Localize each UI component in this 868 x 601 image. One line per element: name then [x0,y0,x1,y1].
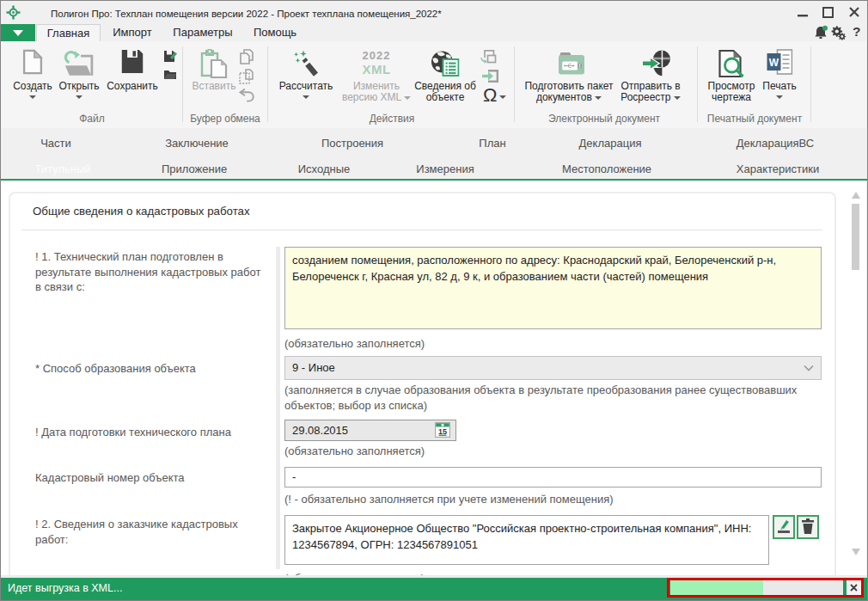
svg-text:W: W [769,57,779,69]
svg-text:15: 15 [438,427,447,436]
